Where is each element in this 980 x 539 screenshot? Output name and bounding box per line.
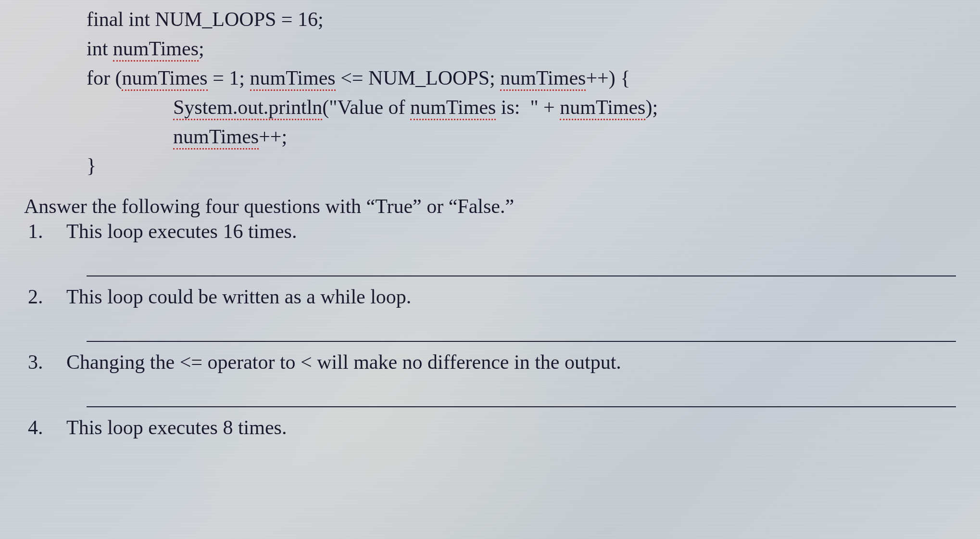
question-number: 3. [24, 351, 66, 374]
code-line-6: } [87, 151, 956, 180]
code-text: ; [199, 38, 204, 60]
answer-line [87, 341, 956, 342]
worksheet-content: final int NUM_LOOPS = 16; int numTimes; … [0, 0, 980, 449]
question-number: 4. [24, 416, 66, 439]
question-number: 1. [24, 220, 66, 243]
code-line-5: numTimes++; [173, 122, 956, 151]
question-item: 2. This loop could be written as a while… [24, 285, 956, 308]
question-item: 3. Changing the <= operator to < will ma… [24, 351, 956, 374]
question-intro: Answer the following four questions with… [24, 195, 956, 218]
code-line-4: System.out.println("Value of numTimes is… [173, 93, 956, 122]
code-text: int [87, 38, 108, 60]
code-line-1: final int NUM_LOOPS = 16; [87, 5, 956, 34]
answer-line [87, 406, 956, 407]
question-text: Changing the <= operator to < will make … [66, 351, 956, 374]
code-line-3: for (numTimes = 1; numTimes <= NUM_LOOPS… [87, 63, 956, 93]
code-line-2: int numTimes; [87, 34, 956, 63]
code-text: ++; [259, 125, 287, 148]
code-text: numTimes [250, 67, 336, 91]
code-text: numTimes [410, 96, 496, 120]
question-text: This loop could be written as a while lo… [66, 285, 956, 308]
question-number: 2. [24, 285, 66, 308]
question-text: This loop executes 8 times. [66, 416, 956, 439]
question-list: 1. This loop executes 16 times. 2. This … [24, 220, 956, 439]
question-text: This loop executes 16 times. [66, 220, 956, 243]
code-text: numTimes [122, 67, 207, 91]
code-text: numTimes [500, 67, 586, 91]
code-text: ); [645, 96, 658, 118]
code-text: ("Value of [322, 96, 410, 118]
code-text: final int NUM_LOOPS = 16; [87, 8, 324, 30]
code-text: numTimes [560, 96, 645, 120]
code-text: ++) { [586, 67, 630, 89]
question-item: 4. This loop executes 8 times. [24, 416, 956, 439]
code-block: final int NUM_LOOPS = 16; int numTimes; … [87, 5, 956, 180]
code-text: <= NUM_LOOPS; [336, 67, 501, 89]
code-text: is: " + [496, 96, 560, 118]
answer-line [87, 276, 956, 276]
code-text: numTimes [113, 38, 199, 62]
code-text: numTimes [173, 125, 259, 150]
code-text: } [87, 154, 96, 176]
question-item: 1. This loop executes 16 times. [24, 220, 956, 243]
code-text: System.out.println [173, 96, 322, 120]
code-text: = 1; [208, 67, 250, 89]
code-text: for ( [87, 67, 122, 89]
